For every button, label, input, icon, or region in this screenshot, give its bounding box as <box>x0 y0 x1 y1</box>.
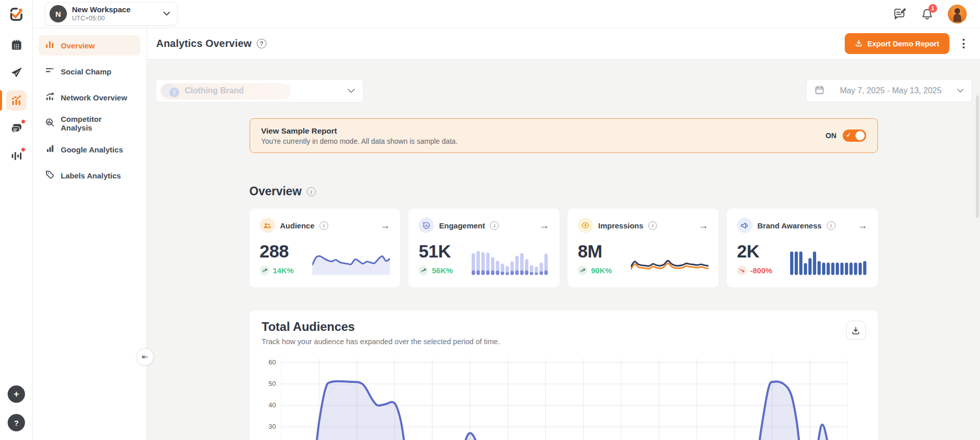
sidebar-item-competitor-analysis[interactable]: Competitor Analysis <box>39 113 140 134</box>
export-button-label: Export Demo Report <box>867 40 939 48</box>
calendar-icon[interactable] <box>6 35 27 55</box>
brand-awareness-sparkline <box>790 248 868 275</box>
sidebar-item-google-analytics[interactable]: Google Analytics <box>39 139 140 160</box>
sidebar-item-network-overview[interactable]: Network Overview <box>39 87 140 108</box>
growth-chart-icon <box>45 92 55 103</box>
arrow-right-icon[interactable]: → <box>540 221 549 230</box>
chevron-down-icon <box>957 89 964 93</box>
toggle-knob <box>855 131 865 140</box>
trend-icon <box>737 266 747 275</box>
sidebar-collapse-button[interactable]: ⇤ <box>136 348 154 366</box>
more-options-icon[interactable] <box>960 36 968 51</box>
y-tick-label: 40 <box>268 401 276 409</box>
trend-icon <box>419 266 428 275</box>
card-value: 51K <box>419 241 453 262</box>
card-value: 8M <box>578 241 612 262</box>
info-icon[interactable]: i <box>648 221 657 230</box>
sample-report-banner: View Sample Report You're currently in d… <box>250 118 878 153</box>
page-title: Analytics Overview <box>156 38 252 49</box>
sidebar-item-label: Network Overview <box>61 93 127 102</box>
arrow-right-icon[interactable]: → <box>858 221 868 230</box>
rail-active-indicator <box>0 90 2 111</box>
help-icon[interactable]: ? <box>257 39 266 48</box>
engagement-icon <box>419 218 434 233</box>
info-icon[interactable]: i <box>827 221 836 230</box>
total-audiences-title: Total Audiences <box>262 320 866 334</box>
workspace-name: New Workspace <box>72 5 158 15</box>
card-delta: -800% <box>750 266 772 275</box>
sidebar-item-label: Social Champ <box>61 67 111 76</box>
chart-download-button[interactable] <box>846 321 866 340</box>
info-icon[interactable]: i <box>307 187 316 196</box>
sample-report-toggle[interactable]: ✓ <box>843 130 866 142</box>
workspace-selector[interactable]: N New Workspace UTC+05:00 <box>45 2 178 25</box>
send-icon[interactable] <box>6 62 27 83</box>
page-header: Analytics Overview ? Export Demo Report <box>147 28 980 60</box>
trend-icon <box>578 266 587 275</box>
chat-icon[interactable] <box>6 118 27 138</box>
bar-chart-icon <box>45 40 55 51</box>
signal-bars-icon[interactable] <box>6 146 27 166</box>
chevron-down-icon <box>163 12 170 16</box>
total-audiences-subtitle: Track how your audience has expanded ove… <box>262 338 866 346</box>
scrollbar-thumb[interactable] <box>976 95 979 218</box>
total-audiences-card: Total Audiences Track how your audience … <box>250 310 878 440</box>
content-scroll-area[interactable]: f Clothing Brand May 7, 2025 - May 13, 2… <box>147 60 980 440</box>
sidebar-item-label: Google Analytics <box>61 145 123 154</box>
lines-icon <box>45 66 55 77</box>
stat-card-impressions: Impressions i → 8M 90K% <box>568 209 719 288</box>
total-audiences-chart: 60504030 <box>262 354 866 440</box>
y-tick-label: 30 <box>268 423 276 430</box>
icon-rail: + ? <box>0 0 33 440</box>
card-value: 2K <box>737 241 772 262</box>
card-label: Engagement <box>439 221 485 230</box>
card-delta: 56K% <box>432 266 453 275</box>
stat-card-brand-awareness: Brand Awareness i → 2K - <box>727 209 878 288</box>
brand-select-value: Clothing Brand <box>185 86 244 95</box>
date-range-value: May 7, 2025 - May 13, 2025 <box>830 86 951 95</box>
workspace-timezone: UTC+05:00 <box>72 15 158 23</box>
arrow-right-icon[interactable]: → <box>380 221 390 230</box>
magnifier-chart-icon <box>45 118 55 129</box>
app-logo-icon[interactable] <box>6 5 26 24</box>
audience-icon <box>260 218 275 233</box>
sidebar-item-labels-analytics[interactable]: Labels Analytics <box>39 165 140 186</box>
info-icon[interactable]: i <box>320 221 328 230</box>
brand-avatars: f <box>162 83 180 98</box>
sidebar-nav: Overview Social Champ Network Overview <box>33 28 147 440</box>
info-icon[interactable]: i <box>490 221 499 230</box>
messages-icon[interactable] <box>893 7 906 21</box>
help-button[interactable]: ? <box>8 414 25 431</box>
y-axis-labels: 60504030 <box>262 354 281 440</box>
sidebar-item-label: Labels Analytics <box>61 171 121 180</box>
sidebar-item-social-champ[interactable]: Social Champ <box>39 61 140 82</box>
notification-dot <box>21 147 26 152</box>
date-range-picker[interactable]: May 7, 2025 - May 13, 2025 <box>806 79 972 102</box>
add-button[interactable]: + <box>8 385 25 403</box>
google-analytics-icon <box>45 144 55 155</box>
notifications-bell-icon[interactable]: 1 <box>921 8 934 20</box>
engagement-sparkline <box>472 248 549 275</box>
tag-icon <box>45 170 55 181</box>
y-tick-label: 60 <box>268 358 276 366</box>
export-demo-report-button[interactable]: Export Demo Report <box>845 33 949 54</box>
overview-section-title: Overview <box>250 185 302 198</box>
arrow-right-icon[interactable]: → <box>699 221 708 230</box>
download-icon <box>855 39 863 48</box>
main-area: Analytics Overview ? Export Demo Report … <box>147 28 980 440</box>
stat-card-engagement: Engagement i → 51K 56K% <box>408 209 559 288</box>
banner-title: View Sample Report <box>261 126 458 136</box>
impressions-eye-icon <box>578 218 593 233</box>
user-avatar[interactable] <box>948 5 967 23</box>
sidebar-item-overview[interactable]: Overview <box>39 35 140 56</box>
check-icon: ✓ <box>846 132 851 139</box>
card-label: Impressions <box>598 221 643 230</box>
top-bar: N New Workspace UTC+05:00 1 <box>33 0 980 28</box>
calendar-outline-icon <box>815 85 824 97</box>
brand-select[interactable]: f Clothing Brand <box>156 79 363 102</box>
card-label: Brand Awareness <box>757 221 822 230</box>
notification-badge: 1 <box>928 4 937 13</box>
analytics-icon[interactable] <box>6 90 27 111</box>
facebook-icon: f <box>169 88 179 97</box>
sidebar-item-label: Competitor Analysis <box>61 115 134 132</box>
